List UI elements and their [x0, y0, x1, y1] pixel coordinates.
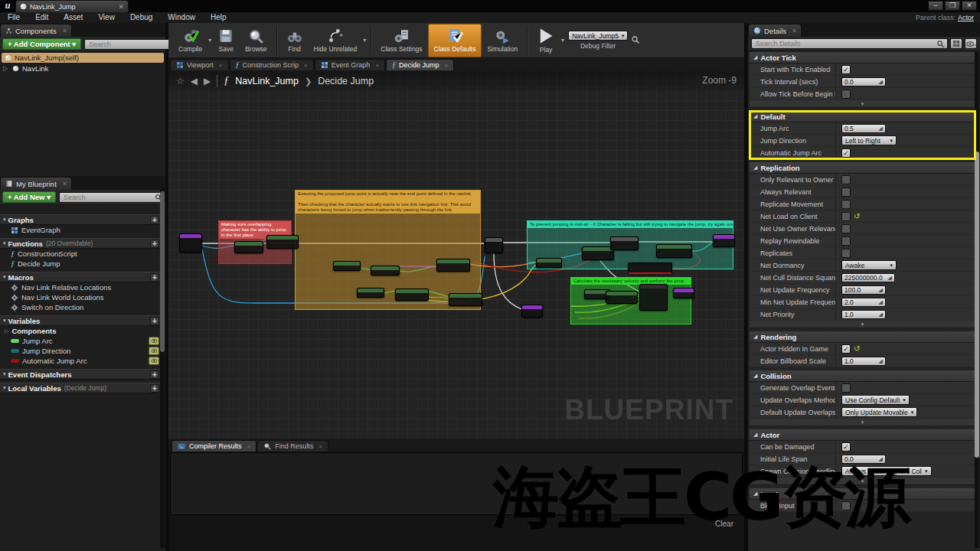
bottom-tab-compiler-results[interactable]: Compiler Results× — [172, 440, 256, 452]
dropdown[interactable]: Always Spawn, Ignore Collisions▾ — [841, 466, 932, 476]
forward-icon[interactable]: ▶ — [204, 76, 211, 86]
debug-filter-dropdown[interactable]: NavLink_Jump5▾ — [568, 31, 628, 41]
checkbox[interactable] — [841, 90, 851, 99]
components-search-input[interactable] — [87, 40, 180, 49]
toolbar-play-button[interactable]: Play — [531, 24, 560, 57]
item-eventgraph[interactable]: EventGraph — [0, 225, 162, 235]
graph-node[interactable] — [333, 261, 361, 271]
number-field[interactable]: 225000000.0◢ — [841, 273, 895, 282]
checkbox[interactable] — [841, 224, 851, 233]
tab-my-blueprint[interactable]: My Blueprint × — [0, 177, 72, 190]
breadcrumb-current[interactable]: Decide Jump — [318, 76, 374, 86]
item-nav-link-relative-locations[interactable]: Nav Link Relative Locations — [0, 282, 162, 292]
dropdown[interactable]: Only Update Movable▾ — [841, 407, 917, 417]
checkbox[interactable] — [841, 501, 851, 510]
clear-button[interactable]: Clear — [715, 520, 733, 528]
menu-asset[interactable]: Asset — [56, 12, 90, 23]
item-components[interactable]: ▷Components — [0, 326, 162, 336]
add-functions-button[interactable]: + — [150, 240, 159, 248]
dropdown[interactable]: Use Config Default▾ — [841, 395, 910, 405]
add-event-dispatchers-button[interactable]: + — [150, 370, 159, 379]
add-new-button[interactable]: + Add New ▾ — [2, 191, 56, 203]
details-search-input[interactable] — [754, 39, 936, 48]
add-variables-button[interactable]: + — [150, 317, 159, 325]
menu-view[interactable]: View — [90, 12, 122, 23]
item-jump-direction[interactable]: Jump Direction — [0, 346, 162, 356]
graph-tab-event-graph[interactable]: Event Graph× — [315, 59, 385, 70]
add-local-variables-button[interactable]: + — [150, 384, 159, 393]
section-expander[interactable]: ▾ — [750, 478, 975, 485]
graph-node[interactable] — [266, 235, 299, 249]
close-icon[interactable]: × — [444, 62, 448, 69]
close-button[interactable]: ✕ — [962, 1, 977, 11]
graph-node[interactable] — [656, 244, 692, 258]
add-graphs-button[interactable]: + — [150, 216, 159, 224]
visibility-eye-icon[interactable] — [149, 337, 159, 345]
section-header-actor[interactable]: ◢Actor — [750, 429, 975, 441]
graph-node[interactable] — [713, 234, 735, 247]
expander-icon[interactable]: ▷ — [3, 65, 9, 72]
graph-node[interactable] — [521, 305, 543, 318]
checkbox[interactable] — [841, 187, 851, 197]
dropdown[interactable]: Awake▾ — [841, 260, 897, 270]
toolbar-hide-unrelated-button[interactable]: Hide Unrelated — [309, 24, 363, 57]
section-header-actor-tick[interactable]: ◢Actor Tick — [750, 52, 975, 64]
maximize-button[interactable]: ❒ — [945, 1, 960, 11]
breadcrumb-root[interactable]: NavLink_Jump — [235, 76, 299, 86]
dropdown-caret-icon[interactable]: ▾ — [363, 37, 366, 44]
visibility-eye-icon[interactable] — [149, 357, 159, 365]
myblueprint-search-input[interactable] — [62, 193, 155, 202]
close-icon[interactable]: × — [792, 27, 796, 34]
tab-components[interactable]: Components × — [0, 24, 72, 37]
close-icon[interactable]: × — [219, 62, 223, 69]
favorite-star-icon[interactable]: ☆ — [176, 76, 185, 86]
graph-node[interactable] — [234, 241, 263, 253]
number-field[interactable]: 1.0◢ — [841, 310, 886, 319]
number-field[interactable]: 1.0◢ — [841, 357, 886, 366]
back-icon[interactable]: ◀ — [191, 76, 198, 86]
checkbox[interactable] — [841, 236, 851, 246]
toolbar-find-button[interactable]: Find — [281, 24, 309, 57]
section-variables[interactable]: ▾ Variables+ — [0, 315, 162, 326]
add-component-button[interactable]: + Add Component ▾ — [2, 38, 81, 50]
graph-tab-decide-jump[interactable]: ƒDecide Jump× — [386, 59, 454, 70]
expander-icon[interactable]: ▷ — [5, 328, 8, 334]
add-macros-button[interactable]: + — [150, 273, 159, 282]
close-icon[interactable]: ✕ — [118, 3, 124, 11]
revert-to-default-icon[interactable]: ↺ — [854, 345, 860, 353]
item-automatic-jump-arc[interactable]: Automatic Jump Arc — [0, 356, 162, 366]
display-filter-icon[interactable] — [965, 38, 977, 49]
menu-file[interactable]: File — [0, 12, 28, 23]
menu-edit[interactable]: Edit — [28, 12, 56, 23]
section-header-replication[interactable]: ◢Replication — [750, 162, 975, 174]
left-scrollbar[interactable] — [160, 188, 165, 548]
close-icon[interactable]: × — [63, 180, 67, 187]
checkbox[interactable]: ✓ — [841, 344, 851, 354]
checkbox[interactable]: ✓ — [841, 65, 851, 74]
property-matrix-icon[interactable] — [950, 38, 962, 49]
toolbar-compile-button[interactable]: Compile — [173, 24, 207, 57]
dropdown-caret-icon[interactable]: ▾ — [208, 37, 211, 44]
toolbar-save-button[interactable]: Save — [212, 24, 240, 57]
graph-node[interactable] — [628, 262, 672, 274]
section-expander[interactable]: ▾ — [750, 100, 975, 108]
minimize-button[interactable]: – — [928, 1, 943, 11]
item-decide-jump[interactable]: ƒDecide Jump — [0, 259, 162, 269]
toolbar-class-defaults-button[interactable]: Class Defaults — [428, 24, 482, 57]
section-header-collision[interactable]: ◢Collision — [750, 370, 975, 382]
graph-node[interactable] — [449, 293, 482, 306]
number-field[interactable]: 100.0◢ — [841, 285, 886, 295]
item-switch-on-direction[interactable]: Switch on Direction — [0, 302, 162, 312]
section-header-default[interactable]: ◢Default — [750, 111, 975, 122]
checkbox[interactable]: ✓ — [841, 148, 851, 158]
myblueprint-search[interactable] — [59, 192, 165, 203]
bottom-tab-find-results[interactable]: Find Results× — [257, 440, 328, 452]
number-field[interactable]: 0.5◢ — [841, 124, 886, 133]
graph-node[interactable] — [179, 233, 202, 253]
debug-search-icon[interactable] — [631, 34, 640, 47]
menu-window[interactable]: Window — [160, 12, 203, 23]
dropdown[interactable]: Left to Right▾ — [841, 135, 897, 145]
item-jump-arc[interactable]: Jump Arc — [0, 336, 162, 346]
revert-to-default-icon[interactable]: ↺ — [854, 213, 860, 220]
close-icon[interactable]: × — [318, 443, 322, 450]
